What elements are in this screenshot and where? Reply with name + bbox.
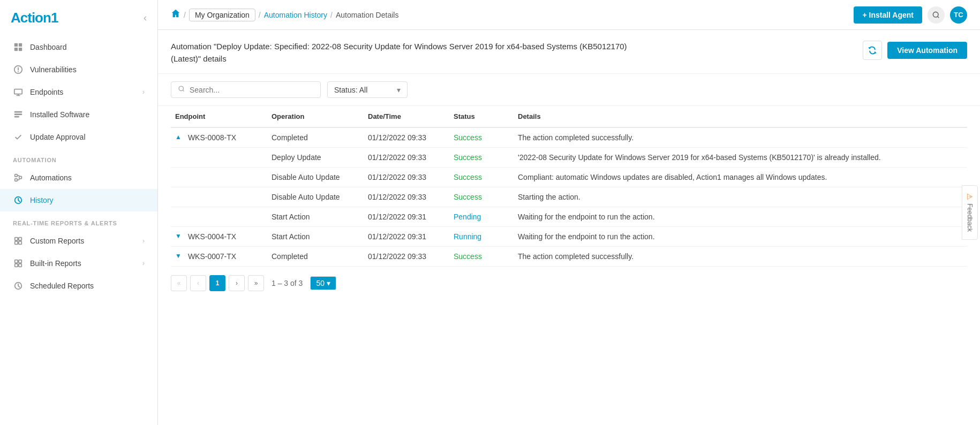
search-input[interactable] — [190, 86, 314, 94]
svg-rect-2 — [14, 48, 18, 51]
logo: Action1 — [11, 10, 58, 26]
svg-rect-9 — [15, 174, 18, 177]
svg-rect-18 — [15, 264, 18, 267]
nav-primary: Dashboard Vulnerabilities Endpoints › In… — [0, 36, 157, 302]
svg-rect-15 — [19, 238, 21, 240]
details-cell: The action completed successfully. — [514, 247, 967, 267]
status-cell: Pending — [449, 207, 514, 227]
breadcrumb-current: Automation Details — [336, 11, 399, 19]
breadcrumb-automation-history-link[interactable]: Automation History — [264, 11, 327, 19]
home-icon[interactable] — [171, 9, 180, 21]
search-icon — [178, 85, 185, 94]
pagination-page-1-button[interactable]: 1 — [209, 275, 225, 291]
sidebar-item-label: Vulnerabilities — [30, 65, 77, 74]
avatar[interactable]: TC — [950, 6, 967, 24]
expand-icon[interactable]: ▼ — [175, 232, 182, 240]
content-area: Automation "Deploy Update: Specified: 20… — [158, 30, 980, 425]
install-agent-button[interactable]: + Install Agent — [854, 6, 922, 24]
table-row: Disable Auto Update01/12/2022 09:33Succe… — [171, 187, 967, 207]
automation-table: Endpoint Operation Date/Time Status Deta… — [171, 106, 967, 267]
sidebar: Action1 ‹ Dashboard Vulnerabilities Endp… — [0, 0, 158, 425]
svg-rect-16 — [19, 241, 21, 244]
sidebar-item-builtin-reports[interactable]: Built-in Reports › — [0, 252, 157, 275]
builtin-reports-icon — [13, 258, 24, 269]
datetime-cell: 01/12/2022 09:31 — [364, 207, 449, 227]
per-page-value: 50 — [316, 279, 325, 287]
svg-point-22 — [933, 12, 938, 17]
status-cell: Running — [449, 227, 514, 247]
endpoints-icon — [13, 87, 24, 97]
feedback-label: Feedback — [966, 203, 974, 232]
endpoint-name: WKS-0007-TX — [188, 252, 236, 261]
scheduled-reports-icon — [13, 280, 24, 291]
breadcrumb-org-button[interactable]: My Organization — [189, 9, 255, 21]
svg-rect-13 — [15, 238, 18, 240]
sidebar-collapse-button[interactable]: ‹ — [144, 12, 147, 24]
details-cell: '2022-08 Security Update for Windows Ser… — [514, 148, 967, 168]
sidebar-item-custom-reports[interactable]: Custom Reports › — [0, 230, 157, 252]
sidebar-item-update-approval[interactable]: Update Approval — [0, 126, 157, 148]
datetime-cell: 01/12/2022 09:33 — [364, 187, 449, 207]
per-page-dropdown[interactable]: 50 ▾ — [310, 276, 336, 290]
details-cell: Waiting for the endpoint to run the acti… — [514, 227, 967, 247]
operation-cell: Deploy Update — [267, 148, 364, 168]
sidebar-item-endpoints[interactable]: Endpoints › — [0, 81, 157, 103]
main-area: / My Organization / Automation History /… — [158, 0, 980, 425]
sidebar-item-vulnerabilities[interactable]: Vulnerabilities — [0, 58, 157, 81]
col-status-header: Status — [449, 106, 514, 127]
header-actions: View Automation — [863, 41, 967, 60]
pagination-next-button[interactable]: › — [229, 275, 245, 291]
datetime-cell: 01/12/2022 09:33 — [364, 168, 449, 187]
details-cell: Waiting for the endpoint to run the acti… — [514, 207, 967, 227]
svg-rect-10 — [15, 179, 18, 181]
col-endpoint-header: Endpoint — [171, 106, 267, 127]
search-box[interactable] — [171, 81, 321, 98]
chevron-down-icon: ▾ — [397, 86, 401, 94]
svg-rect-8 — [14, 116, 19, 118]
svg-rect-1 — [19, 43, 22, 47]
status-cell: Success — [449, 148, 514, 168]
svg-rect-0 — [14, 43, 18, 47]
topbar: / My Organization / Automation History /… — [158, 0, 980, 30]
sidebar-item-history[interactable]: History — [0, 189, 157, 211]
warning-icon: ⚠ — [966, 193, 974, 200]
pagination-first-button[interactable]: « — [171, 275, 187, 291]
pagination-prev-button[interactable]: ‹ — [190, 275, 206, 291]
endpoints-chevron: › — [142, 88, 145, 96]
content-header: Automation "Deploy Update: Specified: 20… — [158, 30, 980, 74]
sidebar-item-label: History — [30, 196, 54, 204]
status-dropdown[interactable]: Status: All ▾ — [327, 81, 408, 98]
svg-rect-7 — [14, 113, 22, 115]
col-details-header: Details — [514, 106, 967, 127]
search-topbar-icon[interactable] — [928, 6, 945, 24]
builtin-reports-chevron: › — [142, 260, 145, 267]
operation-cell: Start Action — [267, 207, 364, 227]
endpoint-name: WKS-0008-TX — [188, 133, 236, 142]
sidebar-item-scheduled-reports[interactable]: Scheduled Reports — [0, 275, 157, 297]
update-approval-icon — [13, 132, 24, 142]
breadcrumb: / My Organization / Automation History /… — [171, 9, 849, 21]
feedback-tab[interactable]: ⚠ Feedback — [962, 185, 978, 240]
breadcrumb-sep-1: / — [184, 11, 186, 19]
expand-icon[interactable]: ▼ — [175, 252, 182, 260]
view-automation-button[interactable]: View Automation — [887, 42, 967, 59]
table-row: Deploy Update01/12/2022 09:33Success'202… — [171, 148, 967, 168]
svg-rect-14 — [15, 241, 18, 244]
pagination-last-button[interactable]: » — [248, 275, 264, 291]
datetime-cell: 01/12/2022 09:33 — [364, 127, 449, 148]
operation-cell: Completed — [267, 247, 364, 267]
vulnerabilities-icon — [13, 64, 24, 75]
breadcrumb-sep-2: / — [259, 11, 261, 19]
datetime-cell: 01/12/2022 09:33 — [364, 247, 449, 267]
automation-section-label: AUTOMATION — [0, 148, 157, 166]
status-cell: Success — [449, 127, 514, 148]
expand-icon[interactable]: ▲ — [175, 133, 182, 141]
refresh-button[interactable] — [863, 41, 882, 60]
pagination-info: 1 – 3 of 3 — [272, 279, 303, 287]
sidebar-item-dashboard[interactable]: Dashboard — [0, 36, 157, 58]
endpoint-name: WKS-0004-TX — [188, 232, 236, 241]
sidebar-item-installed-software[interactable]: Installed Software — [0, 103, 157, 126]
sidebar-item-automations[interactable]: Automations — [0, 166, 157, 189]
svg-rect-17 — [15, 260, 18, 263]
col-datetime-header: Date/Time — [364, 106, 449, 127]
